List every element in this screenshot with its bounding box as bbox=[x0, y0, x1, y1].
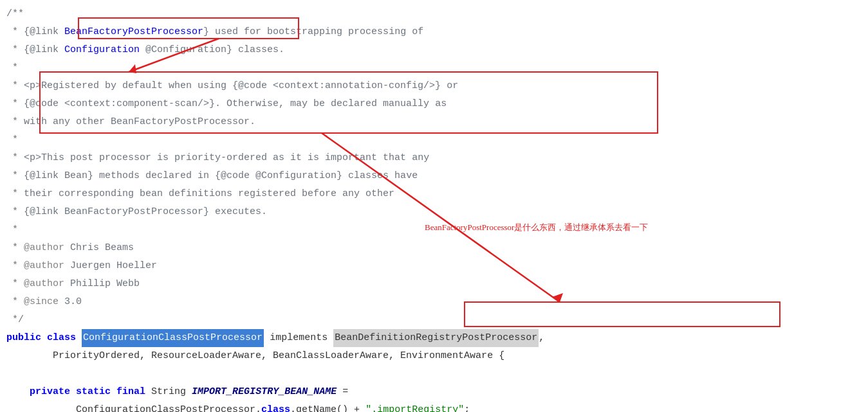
string-literal: ".importRegistry" bbox=[365, 401, 464, 412]
line-8: * bbox=[0, 131, 868, 149]
line-3: * {@link Configuration @Configuration} c… bbox=[0, 41, 868, 59]
comment-text: it is important that any bbox=[284, 149, 429, 167]
space bbox=[76, 329, 82, 347]
as-text: as bbox=[435, 95, 447, 113]
comment-text: Phillip Webb bbox=[64, 275, 140, 293]
comment-text: * bbox=[6, 131, 18, 149]
comment-text: * <p>This post processor is priority-ord… bbox=[6, 149, 273, 167]
keyword-public: public bbox=[6, 329, 41, 347]
line-19: public class ConfigurationClassPostProce… bbox=[0, 329, 868, 347]
comment-text: * { bbox=[6, 41, 30, 59]
comment-text: * { bbox=[6, 95, 30, 113]
at-since: @since bbox=[24, 293, 59, 311]
line-7: * with any other BeanFactoryPostProcesso… bbox=[0, 113, 868, 131]
comment-text: */ bbox=[6, 311, 24, 329]
comment-text: @Configuration} classes. bbox=[140, 41, 284, 59]
line-11: * their corresponding bean definitions r… bbox=[0, 185, 868, 203]
at-author3: @author bbox=[24, 275, 64, 293]
space bbox=[264, 329, 270, 347]
line-10: * {@link Bean} methods declared in {@cod… bbox=[0, 167, 868, 185]
line-5: * <p>Registered by default when using {@… bbox=[0, 77, 868, 95]
keyword-static: static bbox=[76, 383, 111, 401]
comment-text: @link BeanFactoryPostProcessor} executes… bbox=[30, 203, 267, 221]
at-author: @author bbox=[24, 239, 64, 257]
comment-text: * with any other BeanFactoryPostProcesso… bbox=[6, 113, 255, 131]
comment-text: @link Bean} methods declared in { bbox=[30, 167, 221, 185]
indent2 bbox=[6, 401, 76, 412]
comment-text: * { bbox=[6, 23, 30, 41]
indent bbox=[6, 383, 30, 401]
comment-text: * bbox=[6, 275, 24, 293]
comment-text: @link bbox=[30, 23, 64, 41]
comment-text: * bbox=[6, 59, 18, 77]
other-text: other bbox=[365, 185, 394, 203]
config-link[interactable]: Configuration bbox=[64, 41, 140, 59]
line-9: * <p>This post processor is priority-ord… bbox=[0, 149, 868, 167]
line-4: * bbox=[0, 59, 868, 77]
code-area: /** * {@link BeanFactoryPostProcessor} u… bbox=[0, 0, 868, 412]
line-16: * @author Phillip Webb bbox=[0, 275, 868, 293]
interface-name: BeanDefinitionRegistryPostProcessor bbox=[333, 329, 539, 347]
comment-text: * bbox=[6, 257, 24, 275]
line-1: /** bbox=[0, 5, 868, 23]
comment-text: * bbox=[6, 239, 24, 257]
line-18: */ bbox=[0, 311, 868, 329]
at-author2: @author bbox=[24, 257, 64, 275]
comment-text: @code @Configuration} classes have bbox=[221, 167, 418, 185]
keyword-private: private bbox=[30, 383, 70, 401]
line-12: * {@link BeanFactoryPostProcessor} execu… bbox=[0, 203, 868, 221]
blank bbox=[6, 365, 12, 383]
line-field2: ConfigurationClassPostProcessor.class.ge… bbox=[0, 401, 868, 412]
comma: , bbox=[539, 329, 544, 347]
comment-text: * { bbox=[6, 203, 30, 221]
chinese-annotation: BeanFactoryPostProcessor是什么东西，通过继承体系去看一下 bbox=[425, 222, 648, 233]
or-text: or bbox=[447, 77, 458, 95]
keyword-final: final bbox=[116, 383, 145, 401]
comment-text: @code <context:component-scan/>}. Otherw… bbox=[30, 95, 435, 113]
space bbox=[328, 329, 333, 347]
keyword-class2: class bbox=[261, 401, 290, 412]
comment-text: @code <context:annotation-config/>} bbox=[238, 77, 447, 95]
beams-text: Beams bbox=[105, 239, 134, 257]
space: String bbox=[145, 383, 192, 401]
line-15: * @author Juergen Hoeller bbox=[0, 257, 868, 275]
bfpp-link[interactable]: BeanFactoryPostProcessor bbox=[64, 23, 203, 41]
comment-text: * bbox=[6, 293, 24, 311]
comment-text: @link bbox=[30, 41, 64, 59]
semicolon: ; bbox=[464, 401, 470, 412]
space bbox=[70, 383, 76, 401]
comment-text: Chris bbox=[64, 239, 105, 257]
keyword-class: class bbox=[47, 329, 76, 347]
class-name-highlight: ConfigurationClassPostProcessor bbox=[82, 329, 264, 347]
field-cont: .getName() + bbox=[290, 401, 365, 412]
as-text2: as bbox=[273, 149, 284, 167]
implements-list: PriorityOrdered, ResourceLoaderAware, Be… bbox=[53, 347, 504, 365]
line-17: * @since 3.0 bbox=[0, 293, 868, 311]
comment-text: 3.0 bbox=[59, 293, 82, 311]
space bbox=[41, 329, 47, 347]
line-20: PriorityOrdered, ResourceLoaderAware, Be… bbox=[0, 347, 868, 365]
line-14: * @author Chris Beams bbox=[0, 239, 868, 257]
line-blank bbox=[0, 365, 868, 383]
constant-name: IMPORT_REGISTRY_BEAN_NAME bbox=[192, 383, 337, 401]
comment-text: * bbox=[6, 221, 18, 239]
comment-text: } used for bootstrapping processing of bbox=[203, 23, 423, 41]
comment-text: /** bbox=[6, 5, 24, 23]
indent bbox=[6, 347, 53, 365]
line-2: * {@link BeanFactoryPostProcessor} used … bbox=[0, 23, 868, 41]
comment-text: * { bbox=[6, 167, 30, 185]
equals: = bbox=[337, 383, 348, 401]
comment-text: Juergen Hoeller bbox=[64, 257, 157, 275]
line-field1: private static final String IMPORT_REGIS… bbox=[0, 383, 868, 401]
implements-keyword: implements bbox=[270, 329, 328, 347]
comment-text: * <p>Registered by default when using { bbox=[6, 77, 238, 95]
their-text: * their corresponding bean definitions r… bbox=[6, 185, 365, 203]
line-6: * {@code <context:component-scan/>}. Oth… bbox=[0, 95, 868, 113]
space bbox=[111, 383, 116, 401]
field-value: ConfigurationClassPostProcessor. bbox=[76, 401, 261, 412]
